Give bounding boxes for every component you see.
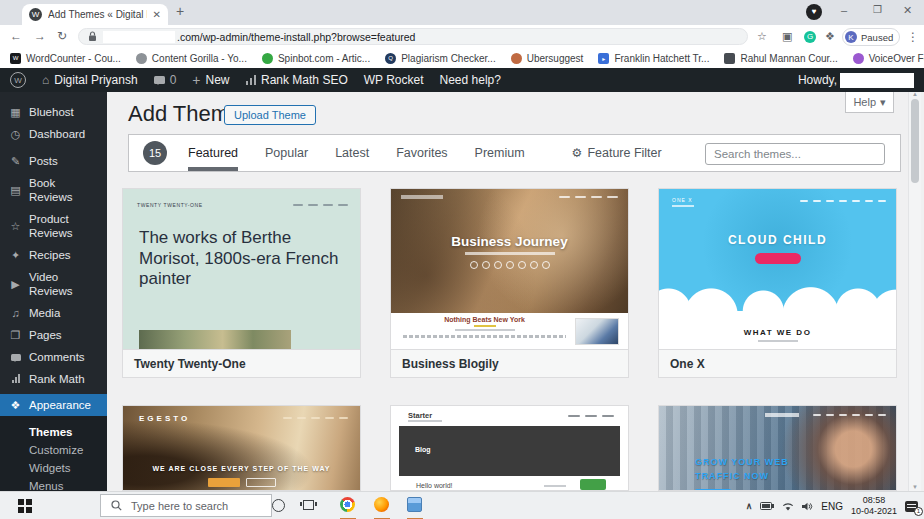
grammarly-icon[interactable]: G <box>804 31 816 43</box>
comments-link[interactable]: 0 <box>154 73 177 87</box>
bookmark-item[interactable]: Content Gorilla - Yo... <box>136 53 247 64</box>
scroll-down-icon[interactable]: ▼ <box>912 484 918 490</box>
bookmark-item[interactable]: ▸ Franklin Hatchett Tr... <box>598 53 709 64</box>
browser-menu-icon[interactable]: ⋮ <box>907 30 919 44</box>
new-tab-button[interactable]: + <box>176 3 184 19</box>
sidebar-item-posts[interactable]: ✎ Posts <box>0 150 107 172</box>
taskbar-search[interactable]: Type here to search <box>100 494 272 517</box>
filter-tab-premium[interactable]: Premium <box>475 135 525 171</box>
taskbar-photos-icon[interactable] <box>407 497 422 512</box>
bookmark-label: Rahul Mannan Cour... <box>740 53 837 64</box>
bookmark-item[interactable]: Q Plagiarism Checker... <box>385 53 495 64</box>
sidebar-item-label: Posts <box>29 154 58 168</box>
sidebar-item-product-reviews[interactable]: ☆ Product Reviews <box>0 208 107 244</box>
help-button[interactable]: Help ▾ <box>845 92 894 113</box>
task-view-button[interactable] <box>303 500 314 510</box>
theme-card-one-x[interactable]: ONE X CLOUD CHILD WHAT WE DO One X <box>658 188 897 378</box>
bookmark-star-icon[interactable]: ☆ <box>757 30 767 43</box>
taskbar-clock[interactable]: 08:58 10-04-2021 <box>851 495 897 517</box>
minimize-button[interactable]: – <box>841 4 847 16</box>
scroll-up-icon[interactable]: ▲ <box>912 91 918 97</box>
wifi-icon[interactable] <box>782 502 794 511</box>
social-icons-placeholder <box>391 261 628 269</box>
need-help-link[interactable]: Need help? <box>440 73 501 87</box>
filter-tab-popular[interactable]: Popular <box>265 135 308 171</box>
theme-card-business-blogily[interactable]: Business Journey Nothing Beats New York … <box>390 188 629 378</box>
back-button[interactable]: ← <box>10 29 22 43</box>
wp-logo-menu[interactable]: W <box>10 72 26 88</box>
new-content-button[interactable]: + New <box>192 72 229 88</box>
site-name-link[interactable]: ⌂ Digital Priyansh <box>42 73 138 87</box>
rank-math-link[interactable]: Rank Math SEO <box>246 73 348 87</box>
site-name: Digital Priyansh <box>54 73 137 87</box>
page-action-icon[interactable]: ▣ <box>782 30 792 43</box>
wp-rocket-link[interactable]: WP Rocket <box>364 73 424 87</box>
browser-tab[interactable]: W Add Themes « Digital Priyansh — ✕ <box>22 4 168 25</box>
sidebar-item-dashboard[interactable]: ◷ Dashboard <box>0 123 107 145</box>
extensions-icon[interactable]: ❖ <box>825 30 835 43</box>
sidebar-item-book-reviews[interactable]: ▤ Book Reviews <box>0 172 107 208</box>
battery-icon[interactable] <box>760 502 774 510</box>
wp-admin-bar: W ⌂ Digital Priyansh 0 + New Rank Math S… <box>0 68 924 92</box>
bookmark-item[interactable]: VoiceOver For Yout... <box>853 53 924 64</box>
sidebar-item-label: Rank Math <box>29 372 85 386</box>
page-scrollbar[interactable]: ▲ ▼ <box>908 92 921 491</box>
sidebar-item-label: Book Reviews <box>29 176 98 204</box>
bookmark-item[interactable]: W WordCounter - Cou... <box>10 53 121 64</box>
bookmark-item[interactable]: Ubersuggest <box>511 53 584 64</box>
howdy-text: Howdy, <box>798 73 837 87</box>
bar-chart-icon <box>9 372 22 386</box>
wp-rocket-label: WP Rocket <box>364 73 424 87</box>
filter-tab-featured[interactable]: Featured <box>188 135 238 171</box>
theme-card-starter[interactable]: Starter Blog Hello world! <box>390 405 629 491</box>
sidebar-item-bluehost[interactable]: ▦ Bluehost <box>0 101 107 123</box>
wp-admin-sidebar: ▦ Bluehost ◷ Dashboard ✎ Posts ▤ Book Re… <box>0 92 107 491</box>
profile-button[interactable]: K Paused <box>842 28 900 46</box>
gear-icon: ⚙ <box>572 146 583 160</box>
close-window-button[interactable]: ✕ <box>903 4 912 17</box>
taskbar-chrome-icon[interactable] <box>340 497 355 512</box>
start-button[interactable] <box>18 499 32 513</box>
forward-button[interactable]: → <box>34 29 46 43</box>
clock-date: 10-04-2021 <box>851 506 897 516</box>
theme-card-twenty-twenty-one[interactable]: TWENTY TWENTY-ONE The works of Berthe Mo… <box>122 188 361 378</box>
preview-headline: Business Journey <box>391 234 628 249</box>
filter-tab-favorites[interactable]: Favorites <box>396 135 447 171</box>
taskbar-firefox-icon[interactable] <box>374 497 389 512</box>
filter-tab-latest[interactable]: Latest <box>335 135 369 171</box>
sidebar-item-comments[interactable]: Comments <box>0 346 107 368</box>
theme-search-input[interactable] <box>705 143 885 165</box>
howdy-account-link[interactable]: Howdy, <box>798 73 914 88</box>
article-title: Nothing Beats New York <box>403 316 566 323</box>
sidebar-subitem-themes[interactable]: Themes <box>0 423 107 441</box>
media-controls-button[interactable]: ♥ <box>806 4 822 20</box>
bookmark-item[interactable]: Spinbot.com - Artic... <box>262 53 370 64</box>
theme-site-logo: EGESTO <box>139 414 190 423</box>
screen: W Add Themes « Digital Priyansh — ✕ + ♥ … <box>0 0 924 519</box>
restore-button[interactable]: ❐ <box>873 4 882 15</box>
notification-button[interactable]: 1 <box>905 501 918 512</box>
tab-close-icon[interactable]: ✕ <box>153 9 161 20</box>
scrollbar-thumb[interactable] <box>911 99 919 183</box>
theme-card-grow-traffic[interactable]: GROW YOUR WEB TRAFFIC NOW <box>658 405 897 491</box>
bookmark-item[interactable]: Rahul Mannan Cour... <box>724 53 837 64</box>
volume-icon[interactable] <box>802 502 813 511</box>
tray-chevron-icon[interactable]: ∧ <box>746 501 753 511</box>
sidebar-item-rank-math[interactable]: Rank Math <box>0 368 107 390</box>
sidebar-item-video-reviews[interactable]: ▶ Video Reviews <box>0 266 107 302</box>
reload-button[interactable]: ↻ <box>57 29 67 43</box>
theme-site-logo: TWENTY TWENTY-ONE <box>137 202 203 208</box>
sidebar-item-media[interactable]: ♫ Media <box>0 302 107 324</box>
language-indicator[interactable]: ENG <box>821 501 843 512</box>
sidebar-subitem-widgets[interactable]: Widgets <box>0 459 107 477</box>
theme-card-egesto[interactable]: EGESTO WE ARE CLOSE EVERY STEP OF THE WA… <box>122 405 361 491</box>
sidebar-subitem-customize[interactable]: Customize <box>0 441 107 459</box>
cortana-button[interactable] <box>272 499 285 512</box>
sidebar-item-appearance[interactable]: ❖ Appearance <box>0 394 107 416</box>
feature-filter-button[interactable]: ⚙ Feature Filter <box>572 146 662 160</box>
wordpress-logo-icon: W <box>10 72 26 88</box>
sidebar-item-recipes[interactable]: ✦ Recipes <box>0 244 107 266</box>
upload-theme-button[interactable]: Upload Theme <box>224 105 316 125</box>
address-bar[interactable]: .com/wp-admin/theme-install.php?browse=f… <box>78 28 748 45</box>
sidebar-item-pages[interactable]: ❐ Pages <box>0 324 107 346</box>
